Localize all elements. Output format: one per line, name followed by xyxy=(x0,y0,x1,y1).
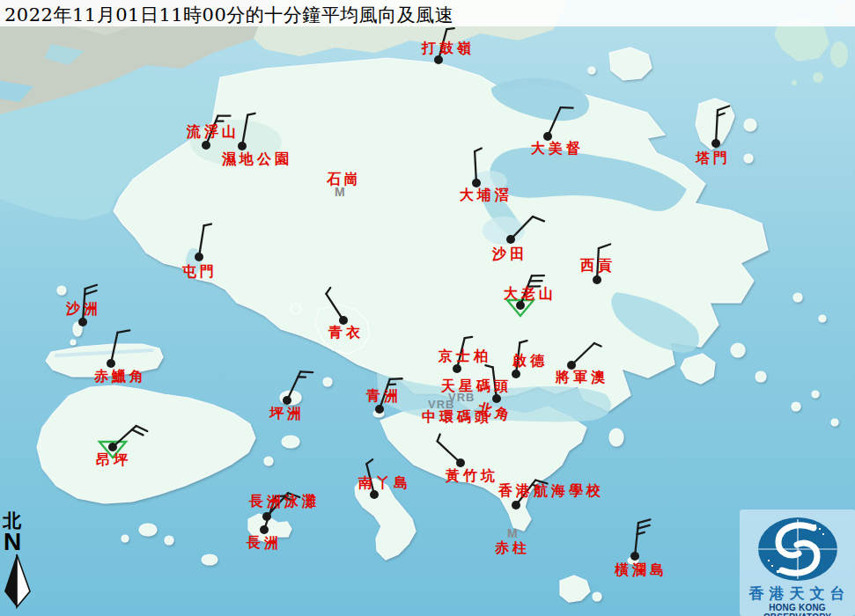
island xyxy=(165,536,173,545)
station-dot xyxy=(506,235,515,244)
station-dot xyxy=(711,139,720,148)
station-dot xyxy=(512,370,520,378)
wind-barb xyxy=(300,371,313,372)
island xyxy=(202,554,217,565)
island xyxy=(70,340,76,345)
island xyxy=(588,67,595,74)
north-compass: 北 N xyxy=(3,511,38,614)
wind-map-screenshot: 打鼓嶺流浮山濕地公園石崗M大美督塔門大埔滘沙田屯門沙洲西貢大老山青衣赤鱲角坪洲青… xyxy=(0,0,855,616)
island xyxy=(291,304,301,314)
island xyxy=(122,535,129,542)
title-bar: 2022年11月01日11時00分的十分鐘平均風向及風速 xyxy=(0,0,855,26)
station-dot xyxy=(593,275,601,284)
island xyxy=(57,286,66,295)
island xyxy=(793,293,802,302)
island xyxy=(609,429,623,446)
island xyxy=(264,457,273,466)
island xyxy=(731,343,745,357)
island xyxy=(812,391,819,398)
hko-chinese-name: 香港天文台 xyxy=(744,585,855,602)
island xyxy=(744,154,753,163)
station-dot xyxy=(630,552,639,561)
station-dot xyxy=(238,142,247,150)
station-dot xyxy=(567,361,576,370)
hko-logo: 香港天文台 HONG KONG OBSERVATORY xyxy=(740,510,855,616)
hong-kong-map xyxy=(0,0,855,616)
station-dot xyxy=(456,458,465,467)
island xyxy=(755,371,766,382)
island xyxy=(323,378,332,386)
wind-barb xyxy=(390,378,402,379)
station-dot xyxy=(472,179,481,187)
island xyxy=(282,436,299,448)
island xyxy=(792,402,800,411)
station-dot xyxy=(492,394,501,403)
station-dot xyxy=(375,405,384,414)
wind-barb xyxy=(465,337,472,338)
station-dot xyxy=(453,364,461,373)
station-dot xyxy=(108,443,117,451)
island xyxy=(744,119,756,131)
wind-barb xyxy=(446,28,453,29)
island xyxy=(831,419,838,426)
wind-barb xyxy=(276,495,288,496)
island xyxy=(638,564,644,569)
station-dot xyxy=(107,359,115,368)
island xyxy=(819,315,826,322)
station-dot xyxy=(543,132,552,141)
station-dot xyxy=(195,253,203,261)
station-dot xyxy=(516,301,525,310)
north-letter-label: N xyxy=(4,531,38,553)
station-dot xyxy=(434,55,443,64)
station-dot xyxy=(260,525,269,534)
station-dot xyxy=(512,501,520,510)
station-dot xyxy=(339,316,348,325)
station-dot xyxy=(202,141,210,150)
hko-emblem-icon xyxy=(755,514,840,584)
north-arrow-icon xyxy=(3,553,33,611)
station-dot xyxy=(78,318,87,326)
map-title: 2022年11月01日11時00分的十分鐘平均風向及風速 xyxy=(4,3,453,27)
island xyxy=(139,524,157,536)
station-dot xyxy=(283,396,291,405)
island xyxy=(593,592,601,601)
station-dot xyxy=(370,490,379,499)
hko-english-name: HONG KONG OBSERVATORY xyxy=(740,603,855,616)
